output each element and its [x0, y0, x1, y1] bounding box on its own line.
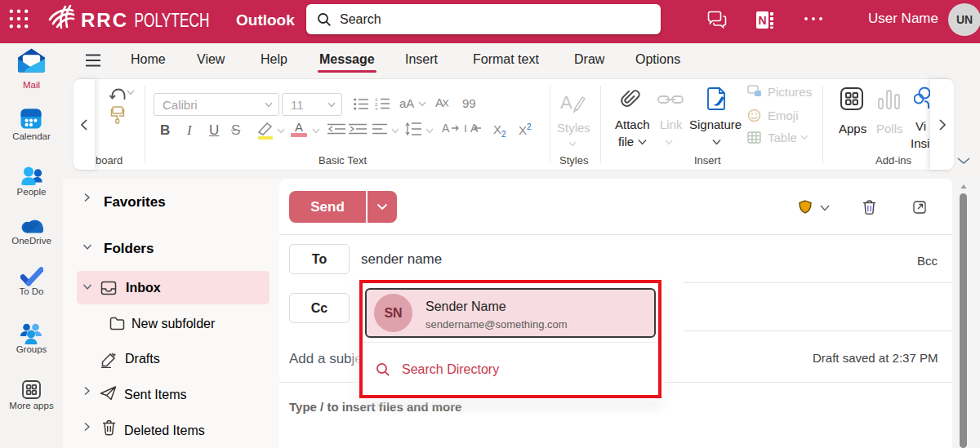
svg-text:POLYTECH: POLYTECH: [135, 9, 210, 30]
svg-text:A: A: [560, 92, 572, 113]
svg-text:N: N: [758, 14, 766, 27]
svg-text:RRC: RRC: [81, 9, 128, 31]
svg-text:3: 3: [375, 107, 378, 111]
svg-text:A: A: [435, 95, 443, 109]
svg-text:A: A: [442, 122, 450, 135]
